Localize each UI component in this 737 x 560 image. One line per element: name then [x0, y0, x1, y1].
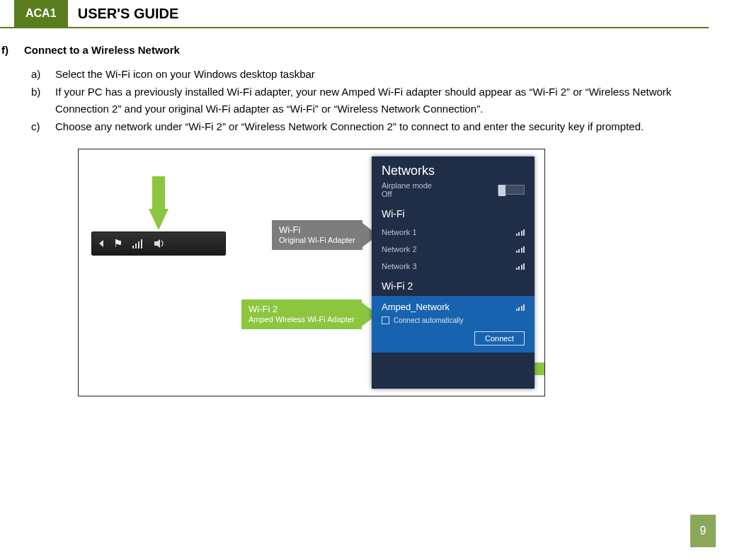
- callout-title: Wi-Fi 2: [248, 304, 355, 315]
- arrow-down-icon: [149, 209, 168, 230]
- wifi-tray-icon[interactable]: [132, 239, 144, 248]
- callout-box: Wi-Fi Original Wi-Fi Adapter: [272, 220, 362, 250]
- svg-rect-1: [135, 244, 137, 248]
- selected-network[interactable]: Amped_Network Connect automatically Conn…: [372, 296, 535, 353]
- action-center-icon[interactable]: ⚑: [113, 237, 122, 250]
- connect-auto-label: Connect automatically: [394, 316, 463, 324]
- svg-rect-0: [132, 246, 134, 248]
- step-text: Select the Wi-Fi icon on your Windows de…: [55, 66, 698, 82]
- volume-icon[interactable]: [154, 239, 165, 248]
- airplane-mode-row: Airplane mode Off: [372, 180, 535, 202]
- selected-network-name: Amped_Network: [382, 302, 450, 312]
- wifi-section-2: Wi-Fi 2: [372, 275, 535, 296]
- network-name: Network 1: [382, 228, 417, 236]
- section-letter: f): [0, 44, 24, 56]
- networks-title: Networks: [372, 156, 535, 180]
- signal-icon: [516, 246, 525, 253]
- network-item[interactable]: Network 1: [372, 224, 535, 241]
- network-item[interactable]: Network 2: [372, 241, 535, 258]
- signal-icon: [516, 263, 525, 270]
- callout-subtitle: Amped Wireless Wi-Fi Adapter: [248, 315, 355, 325]
- page-number: 9: [690, 515, 716, 547]
- networks-panel: Networks Airplane mode Off Wi-Fi Network…: [372, 156, 535, 389]
- step-b: b) If your PC has a previously installed…: [24, 84, 698, 117]
- svg-rect-2: [138, 241, 139, 248]
- steps-list: a) Select the Wi-Fi icon on your Windows…: [0, 66, 698, 135]
- section-title: Connect to a Wireless Network: [24, 44, 180, 56]
- network-name: Network 2: [382, 245, 417, 253]
- network-item[interactable]: Network 3: [372, 258, 535, 275]
- signal-icon: [516, 229, 525, 236]
- windows-taskbar: ⚑: [91, 232, 226, 256]
- tray-expand-icon[interactable]: [99, 240, 103, 247]
- checkbox-icon[interactable]: [382, 316, 389, 324]
- doc-header: ACA1 USER'S GUIDE: [0, 0, 709, 28]
- callout-subtitle: Original Wi-Fi Adapter: [279, 236, 355, 246]
- signal-icon: [516, 304, 525, 311]
- airplane-label: Airplane mode Off: [382, 181, 432, 198]
- callout-box: Wi-Fi 2 Amped Wireless Wi-Fi Adapter: [241, 299, 362, 329]
- network-name: Network 3: [382, 262, 417, 270]
- step-c: c) Choose any network under “Wi-Fi 2” or…: [24, 118, 698, 135]
- arrow-down-icon: [152, 176, 165, 209]
- taskbar-callout: ⚑: [91, 198, 226, 256]
- figure: ⚑ Wi-Fi Original Wi-Fi Adapter Wi-Fi 2 A…: [78, 149, 545, 396]
- callout-wifi-amped: Wi-Fi 2 Amped Wireless Wi-Fi Adapter: [241, 299, 377, 329]
- step-text: If your PC has a previously installed Wi…: [55, 84, 698, 117]
- connect-auto-row[interactable]: Connect automatically: [382, 316, 525, 324]
- callout-wifi-original: Wi-Fi Original Wi-Fi Adapter: [272, 220, 378, 250]
- step-letter: b): [24, 84, 55, 117]
- svg-rect-3: [141, 239, 142, 248]
- step-letter: c): [24, 118, 55, 135]
- step-text: Choose any network under “Wi-Fi 2” or “W…: [55, 118, 698, 135]
- wifi-section-1: Wi-Fi: [372, 202, 535, 224]
- product-badge: ACA1: [14, 0, 68, 28]
- callout-title: Wi-Fi: [279, 224, 355, 236]
- step-a: a) Select the Wi-Fi icon on your Windows…: [24, 66, 698, 82]
- section-heading: f) Connect to a Wireless Network: [0, 44, 698, 56]
- doc-title: USER'S GUIDE: [71, 0, 179, 22]
- content: f) Connect to a Wireless Network a) Sele…: [0, 28, 737, 396]
- connect-button[interactable]: Connect: [474, 331, 525, 345]
- step-letter: a): [24, 66, 55, 82]
- airplane-toggle[interactable]: [498, 185, 525, 195]
- svg-marker-4: [154, 239, 160, 248]
